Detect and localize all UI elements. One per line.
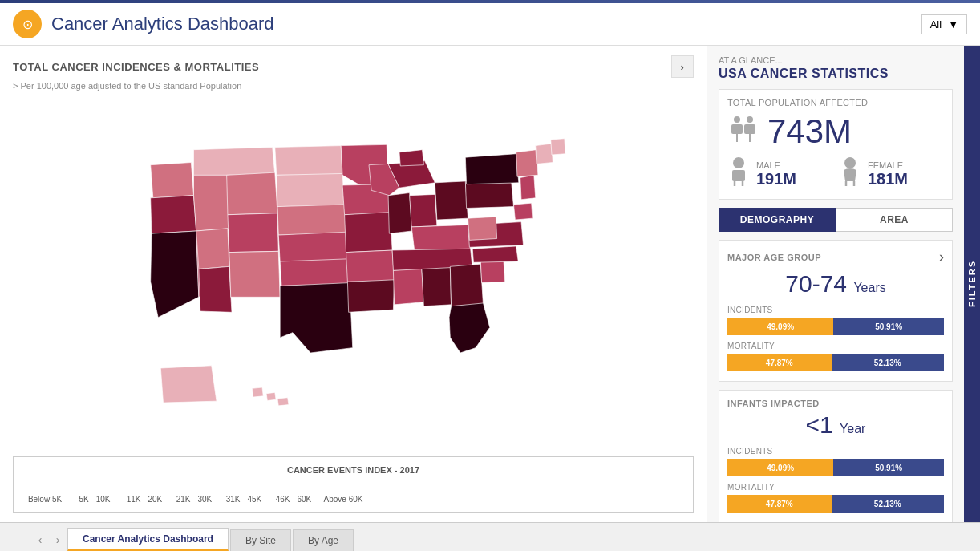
usa-map[interactable] bbox=[89, 124, 618, 429]
legend-item-46k60k: 46K - 60K bbox=[273, 481, 314, 504]
state-wv[interactable] bbox=[468, 217, 496, 240]
state-nm[interactable] bbox=[229, 251, 279, 297]
incidents-bar-infant: 49.09% 50.91% bbox=[727, 459, 944, 476]
svg-rect-1 bbox=[731, 124, 743, 134]
mortality-label-infant: MORTALITY bbox=[727, 483, 944, 492]
filter-dropdown[interactable]: All ▼ bbox=[921, 14, 967, 34]
state-md[interactable] bbox=[513, 203, 532, 220]
state-or[interactable] bbox=[150, 196, 196, 234]
svg-rect-3 bbox=[744, 124, 755, 134]
state-ok[interactable] bbox=[280, 259, 350, 286]
male-label: MALE bbox=[756, 160, 796, 170]
legend-color-below5k bbox=[25, 481, 65, 492]
legend-color-above60k bbox=[323, 481, 363, 492]
state-nc[interactable] bbox=[472, 246, 518, 262]
state-hi-3[interactable] bbox=[277, 398, 289, 406]
bottom-nav-next[interactable]: › bbox=[50, 532, 66, 548]
logo-icon: ⊙ bbox=[13, 10, 42, 38]
mortality-female-bar-age: 47.87% bbox=[727, 354, 832, 371]
state-vt-nh[interactable] bbox=[535, 144, 553, 164]
svg-rect-2 bbox=[747, 116, 753, 123]
female-icon bbox=[839, 157, 861, 191]
mortality-label-age: MORTALITY bbox=[727, 342, 944, 350]
section-subtitle: > Per 100,000 age adjusted to the US sta… bbox=[13, 81, 694, 91]
state-az[interactable] bbox=[198, 266, 231, 312]
total-population-section: TOTAL POPULATION AFFECTED 743M bbox=[719, 89, 953, 200]
age-group-nav-arrow[interactable]: › bbox=[939, 249, 944, 265]
state-hi-1[interactable] bbox=[252, 387, 263, 397]
mortality-bar-age: 47.87% 52.13% bbox=[727, 354, 944, 371]
state-tx[interactable] bbox=[280, 283, 353, 353]
legend-color-31k45k bbox=[224, 481, 264, 492]
state-ne[interactable] bbox=[277, 205, 346, 235]
male-icon bbox=[727, 157, 750, 191]
chevron-down-icon: ▼ bbox=[948, 18, 958, 30]
infant-age-display: <1 Year bbox=[727, 411, 944, 439]
legend-item-above60k: Above 60K bbox=[323, 481, 363, 504]
female-label: FEMALE bbox=[868, 160, 908, 170]
state-al[interactable] bbox=[421, 268, 451, 306]
infants-label: INFANTS IMPACTED bbox=[727, 399, 944, 408]
map-container bbox=[13, 97, 694, 456]
state-me[interactable] bbox=[550, 139, 565, 155]
left-panel: TOTAL CANCER INCIDENCES & MORTALITIES › … bbox=[0, 46, 707, 522]
state-la[interactable] bbox=[347, 280, 394, 313]
tab-demography[interactable]: DEMOGRAPHY bbox=[719, 208, 836, 232]
tab-bar: DEMOGRAPHY AREA bbox=[719, 208, 953, 232]
state-ca[interactable] bbox=[150, 231, 198, 318]
state-wy[interactable] bbox=[226, 172, 277, 215]
state-ga[interactable] bbox=[450, 264, 483, 306]
state-mi-upper[interactable] bbox=[399, 150, 423, 166]
mortality-male-bar-age: 52.13% bbox=[832, 354, 944, 371]
infants-section: INFANTS IMPACTED <1 Year INCIDENTS 49.09… bbox=[719, 390, 953, 522]
state-il[interactable] bbox=[388, 193, 412, 234]
legend-item-21k30k: 21K - 30K bbox=[174, 481, 214, 504]
state-ak[interactable] bbox=[160, 366, 217, 403]
bottom-tabs: ‹ › Cancer Analytics Dashboard By Site B… bbox=[0, 522, 980, 551]
bottom-tab-dashboard[interactable]: Cancer Analytics Dashboard bbox=[67, 528, 229, 551]
state-ar[interactable] bbox=[346, 250, 394, 282]
tab-area[interactable]: AREA bbox=[836, 208, 953, 232]
state-mo[interactable] bbox=[344, 213, 392, 253]
state-oh[interactable] bbox=[435, 181, 468, 220]
total-pop-row: 743M bbox=[727, 112, 944, 151]
state-nj[interactable] bbox=[520, 175, 535, 199]
state-ms[interactable] bbox=[393, 269, 423, 305]
bottom-nav-prev[interactable]: ‹ bbox=[32, 532, 48, 548]
age-group-header: MAJOR AGE GROUP › bbox=[727, 249, 944, 265]
state-co[interactable] bbox=[227, 213, 277, 253]
at-glance-label: AT A GLANCE... bbox=[719, 55, 953, 65]
filters-sidebar[interactable]: FILTERS bbox=[964, 46, 980, 522]
legend-item-below5k: Below 5K bbox=[25, 481, 65, 504]
state-in[interactable] bbox=[409, 194, 436, 227]
state-ny[interactable] bbox=[465, 154, 518, 184]
male-value: 191M bbox=[756, 170, 796, 188]
state-sc[interactable] bbox=[480, 259, 504, 283]
state-ky[interactable] bbox=[411, 225, 470, 252]
mortality-male-bar-infant: 52.13% bbox=[832, 495, 944, 513]
legend-item-11k20k: 11K - 20K bbox=[124, 481, 164, 504]
legend-color-21k30k bbox=[174, 481, 214, 492]
state-ut[interactable] bbox=[196, 229, 229, 269]
state-ct-ma[interactable] bbox=[516, 150, 537, 177]
legend-box: CANCER EVENTS INDEX - 2017 Below 5K 5K -… bbox=[13, 456, 694, 513]
male-info: MALE 191M bbox=[756, 160, 796, 188]
svg-rect-7 bbox=[732, 170, 745, 181]
state-sd[interactable] bbox=[276, 173, 344, 206]
female-value: 181M bbox=[868, 170, 908, 188]
state-nd[interactable] bbox=[274, 146, 342, 176]
bottom-tab-byage[interactable]: By Age bbox=[293, 529, 354, 551]
section-title: TOTAL CANCER INCIDENCES & MORTALITIES › bbox=[13, 55, 694, 78]
state-wa[interactable] bbox=[150, 163, 193, 198]
female-info: FEMALE 181M bbox=[868, 160, 908, 188]
map-nav-arrow[interactable]: › bbox=[671, 55, 694, 78]
mortality-female-bar-infant: 47.87% bbox=[727, 495, 832, 513]
state-mt[interactable] bbox=[193, 148, 274, 176]
incidents-bar-age: 49.09% 50.91% bbox=[727, 318, 944, 335]
gender-row: MALE 191M FEMALE bbox=[727, 157, 944, 191]
bottom-tab-bysite[interactable]: By Site bbox=[230, 529, 291, 551]
state-fl[interactable] bbox=[449, 303, 490, 353]
state-ks[interactable] bbox=[278, 232, 347, 261]
state-hi-2[interactable] bbox=[266, 392, 276, 400]
svg-point-10 bbox=[844, 157, 856, 168]
